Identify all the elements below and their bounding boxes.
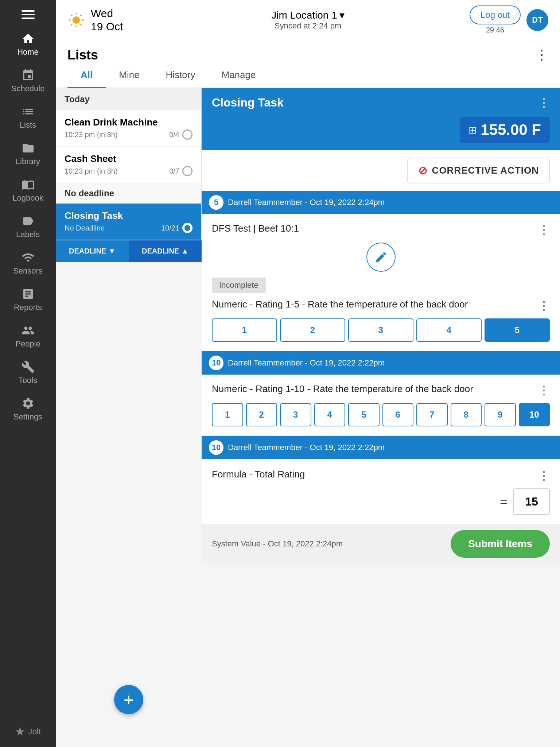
sidebar-item-labels[interactable]: Labels xyxy=(0,208,56,244)
svg-marker-0 xyxy=(16,727,24,735)
rating-btn-2[interactable]: 2 xyxy=(280,318,345,342)
avatar: DT xyxy=(526,9,548,31)
rating-btn-1[interactable]: 1 xyxy=(212,318,277,342)
submit-items-button[interactable]: Submit Items xyxy=(451,530,550,558)
add-button[interactable]: + xyxy=(114,685,143,714)
temp-badge: ⊞ 155.00 F xyxy=(460,117,550,143)
sidebar-item-home[interactable]: Home xyxy=(0,26,56,62)
rating-btn-q2-7[interactable]: 7 xyxy=(416,403,448,426)
schedule-icon xyxy=(22,69,35,82)
content-area: Today Clean Drink Machine 10:23 pm (in 8… xyxy=(56,88,560,747)
sidebar-item-sensors[interactable]: Sensors xyxy=(0,244,56,281)
sidebar-item-schedule[interactable]: Schedule xyxy=(0,62,56,98)
page-more-button[interactable]: ⋮ xyxy=(535,47,548,63)
labels-icon xyxy=(22,214,35,228)
temp-display: ⊞ 155.00 F xyxy=(202,117,560,150)
tab-mine[interactable]: Mine xyxy=(106,63,152,88)
sensors-icon xyxy=(22,251,35,264)
page-header: Lists ⋮ xyxy=(56,40,560,63)
corrective-action-button[interactable]: ⊘ CORRECTIVE ACTION xyxy=(407,158,550,183)
rating-btn-5[interactable]: 5 xyxy=(485,318,550,342)
question-sub-more-button-1[interactable]: ⋮ xyxy=(538,299,550,313)
people-icon xyxy=(22,324,35,337)
location-name[interactable]: Jim Location 1 ▾ xyxy=(228,9,388,21)
sidebar-item-schedule-label: Schedule xyxy=(11,84,45,93)
header-center: Jim Location 1 ▾ Synced at 2:24 pm xyxy=(228,9,388,31)
sidebar-item-library[interactable]: Library xyxy=(0,135,56,171)
task-more-button[interactable]: ⋮ xyxy=(538,96,550,109)
header-date: Wed 19 Oct xyxy=(67,7,228,33)
sidebar-item-lists[interactable]: Lists xyxy=(0,98,56,135)
pencil-button[interactable] xyxy=(366,243,396,272)
rating-btn-3[interactable]: 3 xyxy=(348,318,413,342)
sort-deadline-asc[interactable]: DEADLINE ▼ xyxy=(56,240,129,262)
list-progress: 10/21 xyxy=(161,223,192,233)
list-progress: 0/7 xyxy=(169,166,192,176)
question-card-1: DFS Test | Beef 10:1 ⋮ Incomplete Numeri… xyxy=(202,214,560,351)
question-more-button-1[interactable]: ⋮ xyxy=(538,223,550,237)
submission-number-3: 10 xyxy=(209,440,223,455)
tabs-bar: All Mine History Manage xyxy=(56,63,560,88)
no-deadline-header: No deadline xyxy=(56,183,201,204)
system-value-text: System Value - Oct 19, 2022 2:24pm xyxy=(212,539,343,549)
question-title-2: Numeric - Rating 1-10 - Rate the tempera… xyxy=(212,383,550,397)
sidebar-item-settings[interactable]: Settings xyxy=(0,390,56,427)
sidebar-item-logbook[interactable]: Logbook xyxy=(0,171,56,208)
formula-more-button[interactable]: ⋮ xyxy=(538,469,550,483)
sidebar-item-library-label: Library xyxy=(16,157,40,166)
sidebar-item-reports-label: Reports xyxy=(14,303,42,312)
formula-card: Formula - Total Rating ⋮ = 15 xyxy=(202,460,560,524)
sidebar-item-labels-label: Labels xyxy=(16,230,40,239)
question-title-1: DFS Test | Beef 10:1 ⋮ xyxy=(212,223,550,237)
list-item-name: Closing Task xyxy=(65,210,192,221)
rating-btn-q2-4[interactable]: 4 xyxy=(314,403,346,426)
task-title: Closing Task xyxy=(212,96,284,109)
sidebar-item-reports[interactable]: Reports xyxy=(0,281,56,317)
submission-entry-1: 5 Darrell Teammember - Oct 19, 2022 2:24… xyxy=(202,191,560,214)
progress-circle-filled xyxy=(182,223,192,233)
left-panel-wrapper: Today Clean Drink Machine 10:23 pm (in 8… xyxy=(56,88,202,747)
list-item-name: Clean Drink Machine xyxy=(65,117,192,128)
logout-button[interactable]: Log out 29:46 xyxy=(470,5,521,34)
list-item-name: Cash Sheet xyxy=(65,153,192,165)
equals-sign: = xyxy=(500,494,508,510)
sort-bar: DEADLINE ▼ DEADLINE ▲ xyxy=(56,240,202,262)
rating-btn-q2-1[interactable]: 1 xyxy=(212,403,243,426)
list-item-clean-drink-machine[interactable]: Clean Drink Machine 10:23 pm (in 8h) 0/4 xyxy=(56,110,201,147)
rating-btn-q2-3[interactable]: 3 xyxy=(280,403,311,426)
hamburger-menu[interactable] xyxy=(0,0,56,26)
sidebar-item-home-label: Home xyxy=(17,47,39,57)
rating-btn-4[interactable]: 4 xyxy=(416,318,482,342)
rating-btn-q2-9[interactable]: 9 xyxy=(485,403,516,426)
page-title: Lists xyxy=(67,47,98,63)
rating-btn-q2-5[interactable]: 5 xyxy=(348,403,380,426)
tab-all[interactable]: All xyxy=(67,63,106,88)
list-item-cash-sheet[interactable]: Cash Sheet 10:23 pm (in 8h) 0/7 xyxy=(56,147,201,183)
thermometer-icon: ⊞ xyxy=(468,124,477,136)
submission-text-1: Darrell Teammember - Oct 19, 2022 2:24pm xyxy=(228,198,385,207)
rating-btn-q2-8[interactable]: 8 xyxy=(451,403,482,426)
sun-icon xyxy=(67,11,85,29)
lists-icon xyxy=(22,105,35,118)
rating-btn-q2-2[interactable]: 2 xyxy=(246,403,277,426)
question-more-button-2[interactable]: ⋮ xyxy=(538,383,550,397)
home-icon xyxy=(22,32,35,45)
list-item-closing-task[interactable]: Closing Task No Deadline 10/21 xyxy=(56,204,201,240)
sidebar-item-people-label: People xyxy=(15,339,40,349)
left-panel: Today Clean Drink Machine 10:23 pm (in 8… xyxy=(56,88,202,240)
library-icon xyxy=(22,142,35,155)
tab-history[interactable]: History xyxy=(153,63,209,88)
list-item-meta: 10:23 pm (in 8h) 0/4 xyxy=(65,129,192,140)
sort-deadline-desc[interactable]: DEADLINE ▲ xyxy=(129,240,202,262)
list-progress: 0/4 xyxy=(169,129,192,140)
sidebar-item-people[interactable]: People xyxy=(0,317,56,354)
brand-icon xyxy=(15,727,25,737)
today-section-header: Today xyxy=(56,88,201,110)
submission-number-1: 5 xyxy=(209,195,223,210)
rating-btn-q2-10[interactable]: 10 xyxy=(519,403,550,426)
tab-manage[interactable]: Manage xyxy=(209,63,269,88)
sidebar-item-tools[interactable]: Tools xyxy=(0,354,56,390)
sync-text: Synced at 2:24 pm xyxy=(228,21,388,31)
rating-btn-q2-6[interactable]: 6 xyxy=(382,403,414,426)
fab-container: + xyxy=(114,685,143,714)
